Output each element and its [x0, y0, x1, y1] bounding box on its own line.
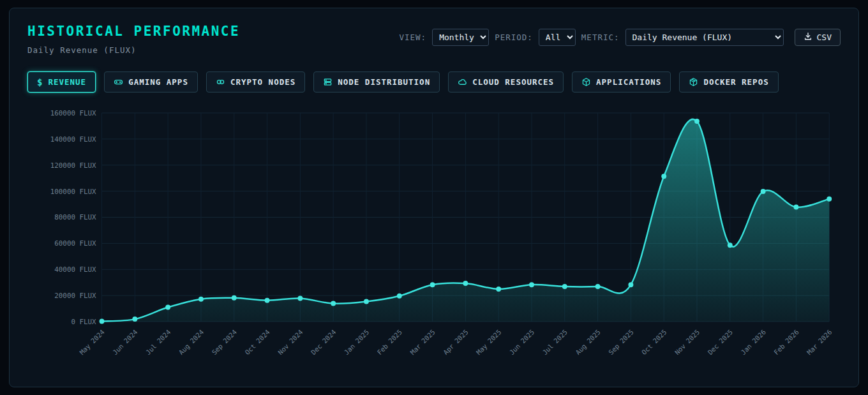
tab-node-distribution[interactable]: NODE DISTRIBUTION — [313, 71, 440, 93]
y-tick-label: 60000 FLUX — [54, 239, 96, 248]
x-tick-label: Apr 2025 — [442, 328, 470, 356]
x-tick-label: Aug 2025 — [574, 328, 602, 356]
x-tick-label: Dec 2024 — [310, 328, 338, 356]
x-tick-label: Jul 2024 — [144, 328, 172, 356]
gamepad-icon — [114, 77, 123, 87]
x-tick-label: Sep 2025 — [607, 328, 635, 356]
tab-cloud-resources[interactable]: CLOUD RESOURCES — [448, 71, 564, 93]
chart-controls: VIEW: Monthly PERIOD: All METRIC: Daily … — [400, 29, 841, 46]
y-tick-label: 40000 FLUX — [54, 265, 96, 274]
data-point[interactable] — [793, 205, 798, 210]
x-tick-label: May 2024 — [78, 328, 106, 356]
x-tick-label: Mar 2025 — [408, 328, 437, 356]
tab-label: REVENUE — [48, 77, 86, 87]
data-point[interactable] — [761, 189, 766, 194]
tab-crypto-nodes[interactable]: CRYPTO NODES — [206, 71, 305, 93]
x-tick-label: Oct 2025 — [640, 328, 668, 356]
x-tick-label: Feb 2025 — [375, 328, 403, 356]
x-tick-label: Nov 2024 — [276, 328, 304, 356]
dollar-icon: $ — [37, 78, 43, 87]
page-subtitle: Daily Revenue (FLUX) — [27, 45, 240, 55]
package-icon — [581, 77, 591, 87]
link-icon — [216, 77, 225, 87]
tab-label: CLOUD RESOURCES — [472, 77, 554, 87]
data-point[interactable] — [628, 282, 633, 287]
csv-export-button[interactable]: CSV — [795, 29, 841, 46]
x-tick-label: Jan 2026 — [739, 328, 767, 356]
tab-label: NODE DISTRIBUTION — [338, 77, 430, 87]
server-stack-icon — [323, 77, 333, 87]
csv-button-label: CSV — [817, 33, 832, 42]
x-tick-label: Feb 2026 — [772, 328, 800, 356]
metric-select[interactable]: Daily Revenue (FLUX) — [625, 29, 784, 46]
y-tick-label: 140000 FLUX — [50, 135, 96, 144]
cube-icon — [689, 77, 698, 87]
title-block: HISTORICAL PERFORMANCE Daily Revenue (FL… — [27, 24, 240, 55]
tab-label: GAMING APPS — [128, 77, 188, 87]
tab-label: DOCKER REPOS — [703, 77, 768, 87]
x-tick-label: Aug 2024 — [177, 328, 206, 356]
cloud-icon — [458, 77, 467, 87]
period-label: PERIOD: — [495, 33, 533, 42]
tab-revenue[interactable]: $ REVENUE — [27, 71, 96, 93]
data-point[interactable] — [496, 287, 501, 292]
data-point[interactable] — [728, 242, 733, 248]
tab-gaming-apps[interactable]: GAMING APPS — [104, 71, 198, 93]
data-point[interactable] — [232, 295, 237, 301]
y-tick-label: 20000 FLUX — [54, 292, 96, 300]
page-title: HISTORICAL PERFORMANCE — [27, 24, 240, 39]
y-tick-label: 120000 FLUX — [50, 161, 96, 170]
view-label: VIEW: — [400, 33, 427, 42]
tab-applications[interactable]: APPLICATIONS — [572, 71, 671, 93]
data-point[interactable] — [661, 174, 666, 179]
header-row: HISTORICAL PERFORMANCE Daily Revenue (FL… — [27, 24, 841, 55]
metric-label: METRIC: — [581, 33, 620, 42]
category-tabs: $ REVENUE GAMING APPS CRYPTO NODES — [27, 71, 841, 93]
data-point[interactable] — [331, 301, 336, 306]
performance-chart: 0 FLUX20000 FLUX40000 FLUX60000 FLUX8000… — [27, 101, 841, 376]
x-tick-label: Dec 2025 — [706, 328, 734, 356]
data-point[interactable] — [694, 119, 700, 124]
x-tick-label: Nov 2025 — [673, 328, 701, 356]
data-point[interactable] — [595, 284, 601, 289]
tab-label: APPLICATIONS — [596, 77, 661, 87]
tab-label: CRYPTO NODES — [230, 77, 296, 87]
y-tick-label: 160000 FLUX — [50, 109, 96, 117]
data-point[interactable] — [430, 282, 435, 287]
data-point[interactable] — [364, 299, 369, 304]
y-tick-label: 0 FLUX — [71, 318, 96, 326]
x-tick-label: Jun 2024 — [111, 328, 139, 356]
data-point[interactable] — [198, 297, 204, 302]
x-tick-label: Sep 2024 — [210, 328, 238, 356]
x-tick-label: Jul 2025 — [541, 328, 569, 356]
x-tick-label: May 2025 — [475, 328, 503, 356]
data-point[interactable] — [265, 298, 270, 303]
x-tick-label: Mar 2026 — [805, 328, 834, 356]
data-point[interactable] — [827, 197, 832, 202]
y-tick-label: 80000 FLUX — [54, 213, 96, 221]
x-tick-label: Jan 2025 — [343, 328, 371, 356]
y-tick-label: 100000 FLUX — [50, 188, 96, 196]
data-point[interactable] — [100, 318, 105, 324]
view-select[interactable]: Monthly — [432, 29, 489, 46]
historical-performance-card: HISTORICAL PERFORMANCE Daily Revenue (FL… — [9, 8, 859, 387]
data-point[interactable] — [562, 284, 567, 289]
download-icon — [804, 32, 812, 43]
data-point[interactable] — [165, 305, 170, 310]
data-point[interactable] — [397, 294, 402, 299]
chart-area: 0 FLUX20000 FLUX40000 FLUX60000 FLUX8000… — [27, 101, 841, 378]
period-select[interactable]: All — [539, 29, 576, 46]
x-tick-label: Oct 2024 — [243, 328, 271, 356]
data-point[interactable] — [529, 282, 534, 287]
data-point[interactable] — [463, 281, 468, 286]
data-point[interactable] — [297, 296, 303, 301]
data-point[interactable] — [132, 317, 137, 322]
tab-docker-repos[interactable]: DOCKER REPOS — [679, 71, 778, 93]
x-tick-label: Jun 2025 — [508, 328, 536, 356]
